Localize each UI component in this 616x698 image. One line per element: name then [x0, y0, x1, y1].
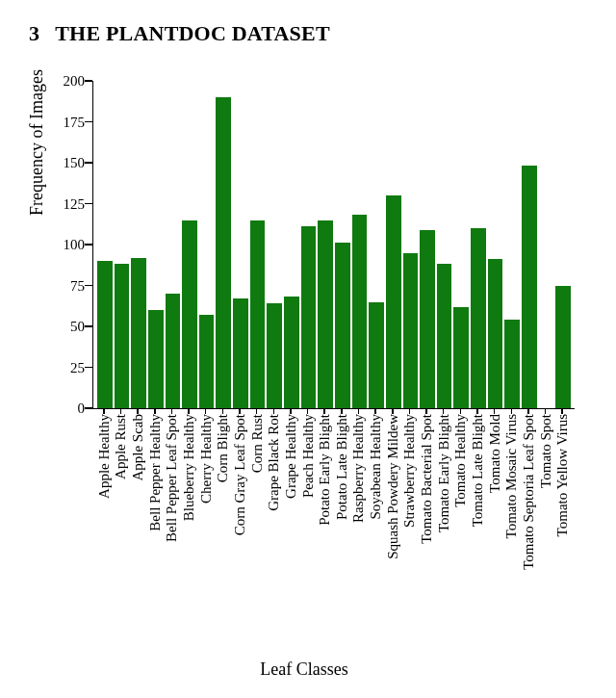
x-tick-label: Tomato Late Blight [469, 414, 485, 527]
chart: Frequency of Images 02550751001251501752… [35, 81, 574, 678]
x-tick [341, 408, 343, 414]
x-tick-label: Tomato Mold [486, 414, 502, 493]
bar [403, 253, 419, 409]
x-tick-label: Raspberry Healthy [350, 414, 367, 523]
y-tick [85, 162, 92, 164]
y-axis-label: Frequency of Images [27, 69, 47, 216]
x-tick-label: Tomato Spot [537, 414, 553, 488]
bar [284, 297, 299, 408]
y-tick-label: 75 [70, 277, 85, 294]
y-tick [85, 325, 92, 327]
x-tick [425, 408, 427, 414]
x-tick [307, 408, 309, 414]
y-tick-label: 100 [64, 237, 86, 253]
x-tick [443, 408, 445, 414]
section-text: THE PLANTDOC DATASET [55, 21, 330, 45]
x-tick [137, 408, 139, 414]
x-tick-label: Potato Early Blight [317, 414, 333, 526]
section-number: 3 [29, 21, 39, 45]
y-tick-label: 125 [64, 195, 86, 212]
x-tick-label: Tomato Bacterial Spot [419, 414, 435, 544]
x-tick [256, 408, 258, 414]
x-tick-label: Corn Blight [215, 414, 231, 482]
bar [301, 226, 317, 408]
y-tick [85, 80, 92, 82]
bar [267, 303, 282, 408]
y-tick-label: 150 [64, 155, 86, 171]
x-tick-label: Tomato Mosaic Virus [503, 414, 520, 538]
x-tick [358, 408, 360, 414]
x-tick [527, 408, 529, 414]
x-tick-label: Bell Pepper Leaf Spot [164, 414, 180, 542]
bar [335, 243, 350, 408]
x-tick [239, 408, 241, 414]
x-tick-label: Soyabean Healthy [368, 414, 384, 520]
x-tick [222, 408, 224, 414]
plot-area [92, 81, 575, 409]
x-tick [188, 408, 190, 414]
y-tick-label: 0 [78, 401, 86, 417]
x-axis-label: Leaf Classes [35, 659, 574, 680]
bar [369, 302, 384, 409]
bar [555, 286, 571, 409]
y-tick [85, 203, 92, 205]
bar [471, 228, 486, 408]
bars-container [93, 81, 575, 408]
bar [216, 97, 231, 408]
bar [115, 264, 130, 408]
x-tick [171, 408, 173, 414]
x-tick-label: Grape Black Rot [266, 414, 282, 511]
x-tick-label: Strawberry Healthy [401, 414, 418, 528]
bar [488, 259, 503, 408]
bar [386, 195, 401, 408]
x-tick-label: Corn Gray Leaf Spot [231, 414, 247, 535]
bar [420, 230, 435, 408]
y-tick [85, 407, 92, 409]
x-tick [120, 408, 122, 414]
x-tick [374, 408, 376, 414]
bar [522, 166, 537, 408]
x-ticks: Apple HealthyApple RustApple ScabBell Pe… [92, 414, 574, 655]
x-tick-label: Apple Scab [130, 414, 146, 481]
x-tick [103, 408, 105, 414]
x-tick [460, 408, 462, 414]
x-tick [511, 408, 513, 414]
x-tick [205, 408, 207, 414]
x-tick [154, 408, 156, 414]
x-tick [561, 408, 563, 414]
y-tick-label: 50 [70, 319, 85, 335]
y-tick-label: 200 [64, 73, 86, 90]
x-tick-label: Potato Late Blight [333, 414, 349, 520]
x-tick-label: Tomato Healthy [452, 414, 469, 507]
x-tick-label: Apple Rust [113, 414, 129, 479]
x-tick-label: Tomato Early Blight [435, 414, 451, 532]
x-tick-label: Apple Healthy [95, 414, 112, 499]
x-tick-label: Blueberry Healthy [181, 414, 197, 521]
bar [352, 215, 368, 408]
bar [250, 220, 266, 409]
x-tick [273, 408, 275, 414]
y-tick [85, 285, 92, 287]
x-tick [545, 408, 547, 414]
bar [233, 298, 248, 408]
x-tick [409, 408, 411, 414]
x-tick [323, 408, 325, 414]
bar [453, 307, 469, 408]
y-tick [85, 367, 92, 369]
x-tick-label: Cherry Healthy [197, 414, 214, 504]
y-tick [85, 121, 92, 123]
x-tick-label: Tomato Septoria Leaf Spot [520, 414, 536, 570]
bar [97, 261, 113, 408]
x-tick-label: Grape Healthy [282, 414, 298, 499]
x-tick-label: Bell Pepper Healthy [146, 414, 163, 531]
bar [182, 220, 197, 409]
x-tick [476, 408, 478, 414]
x-tick-label: Tomato Yellow Virus [554, 414, 571, 536]
section-heading: 3THE PLANTDOC DATASET [29, 21, 587, 46]
y-tick-label: 25 [70, 359, 85, 375]
bar [166, 294, 181, 408]
x-tick [494, 408, 496, 414]
bar [148, 310, 164, 408]
x-tick-label: Peach Healthy [299, 414, 316, 498]
x-tick-label: Corn Rust [248, 414, 265, 473]
